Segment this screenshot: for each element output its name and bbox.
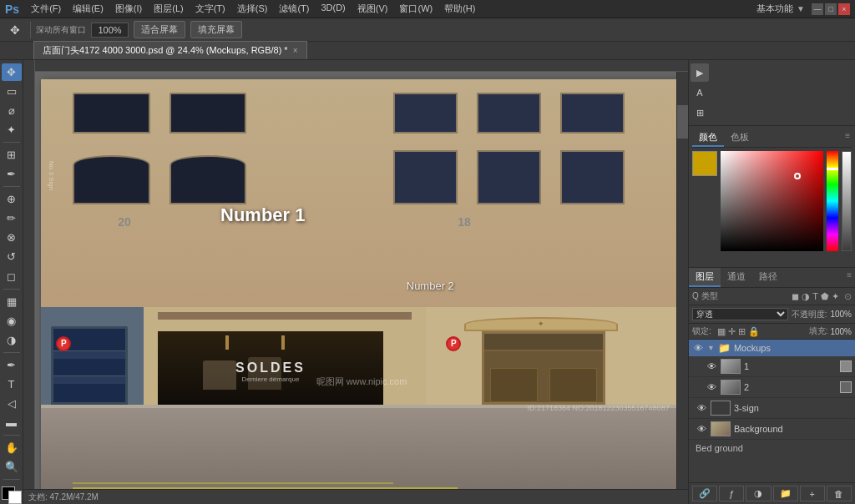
pen-tool[interactable]: ✒: [2, 356, 22, 374]
maximize-button[interactable]: □: [825, 3, 837, 15]
history-tool[interactable]: ↺: [2, 248, 22, 265]
menu-select[interactable]: 选择(S): [232, 1, 273, 17]
minimize-button[interactable]: —: [812, 3, 823, 15]
link-layers-button[interactable]: 🔗: [692, 486, 717, 501]
panel-options-icon[interactable]: ≡: [843, 129, 852, 147]
crop-tool[interactable]: ⊞: [2, 146, 22, 164]
background-color[interactable]: [8, 491, 22, 504]
door-panel-2: [53, 375, 125, 384]
lock-pixel-icon[interactable]: ▦: [717, 326, 726, 337]
layer-item-background[interactable]: 👁 Background: [689, 419, 855, 440]
blur-tool[interactable]: ◉: [2, 312, 22, 330]
ps-logo: Ps: [5, 3, 19, 16]
opacity-value[interactable]: 100%: [830, 310, 852, 319]
layer-2-name: 2: [744, 382, 837, 392]
menu-filter[interactable]: 滤镜(T): [274, 1, 314, 17]
no-parking-sign-1: P: [56, 336, 71, 351]
document-tab[interactable]: 店面门头4172 4000 3000.psd @ 24.4% (Mockups,…: [33, 41, 307, 59]
type-tool[interactable]: T: [2, 375, 22, 393]
canvas-area[interactable]: 20 18 No 3 Sign: [23, 60, 688, 504]
tab-channels[interactable]: 通道: [721, 268, 752, 287]
dodge-tool[interactable]: ◑: [2, 331, 22, 349]
light-2: [281, 335, 285, 350]
separator: [30, 22, 31, 38]
group-expand-arrow[interactable]: ▼: [707, 344, 715, 352]
layer-item-2[interactable]: 👁 2: [689, 377, 855, 398]
menu-window[interactable]: 窗口(W): [394, 1, 438, 17]
layers-options-icon[interactable]: ≡: [843, 268, 855, 287]
menu-image[interactable]: 图像(I): [110, 1, 147, 17]
eraser-tool[interactable]: ◻: [2, 268, 22, 285]
fill-screen-button[interactable]: 填充屏幕: [190, 21, 242, 38]
move-tool[interactable]: ✥: [2, 63, 22, 81]
layer-3sign-eye[interactable]: 👁: [696, 402, 707, 414]
menu-help[interactable]: 帮助(H): [439, 1, 480, 17]
menu-edit[interactable]: 编辑(E): [68, 1, 109, 17]
right-tool-2[interactable]: A: [691, 83, 709, 102]
menu-view[interactable]: 视图(V): [352, 1, 393, 17]
tab-close-icon[interactable]: ×: [293, 46, 298, 55]
group-eye-mockups[interactable]: 👁: [692, 342, 704, 354]
layer-group-mockups[interactable]: 👁 ▼ 📁 Mockups: [689, 340, 855, 356]
right-tool-3[interactable]: ⊞: [691, 103, 709, 122]
layer-2-eye[interactable]: 👁: [706, 381, 717, 393]
workspace-dropdown-icon[interactable]: ▼: [797, 4, 805, 13]
layer-2-thumb: [721, 380, 741, 395]
add-style-button[interactable]: ƒ: [719, 486, 744, 501]
right-tool-1[interactable]: ▶: [691, 63, 709, 82]
tab-layers[interactable]: 图层: [689, 268, 721, 287]
no-parking-icon-2: P: [451, 339, 457, 348]
filter-shape-icon[interactable]: ⬟: [821, 291, 829, 302]
wand-tool[interactable]: ✦: [2, 121, 22, 139]
brush-tool[interactable]: ✏: [2, 209, 22, 227]
menu-3d[interactable]: 3D(D): [316, 1, 350, 17]
lock-artboard-icon[interactable]: ⊞: [738, 326, 746, 337]
hand-tool[interactable]: ✋: [2, 439, 22, 456]
menu-text[interactable]: 文字(T): [190, 1, 230, 17]
lock-all-icon[interactable]: 🔒: [748, 326, 760, 337]
filter-adjustment-icon[interactable]: ◑: [802, 291, 810, 302]
color-swatch[interactable]: [2, 486, 22, 504]
eyedropper-tool[interactable]: ✒: [2, 165, 22, 183]
tab-swatches[interactable]: 色板: [724, 129, 756, 147]
heal-tool[interactable]: ⊕: [2, 190, 22, 208]
color-gradient-picker[interactable]: [721, 151, 823, 251]
gradient-tool[interactable]: ▦: [2, 292, 22, 310]
filter-pixel-icon[interactable]: ◼: [792, 291, 799, 302]
zoom-input[interactable]: [91, 23, 129, 38]
shape-tool[interactable]: ▬: [2, 414, 22, 431]
filter-type-icon[interactable]: T: [812, 291, 818, 302]
layer-item-1[interactable]: 👁 1: [689, 356, 855, 377]
new-layer-button[interactable]: +: [800, 486, 825, 501]
layer-1-eye[interactable]: 👁: [706, 360, 717, 372]
tab-color[interactable]: 颜色: [692, 129, 724, 147]
menu-layer[interactable]: 图层(L): [149, 1, 188, 17]
v-scrollbar[interactable]: [676, 72, 688, 492]
fill-value[interactable]: 100%: [830, 327, 852, 336]
layer-list: 👁 ▼ 📁 Mockups 👁 1 👁 2: [689, 340, 855, 482]
tab-paths[interactable]: 路径: [752, 268, 784, 287]
color-spectrum-slider[interactable]: [827, 151, 838, 251]
layer-item-3sign[interactable]: 👁 3-sign: [689, 398, 855, 419]
menu-file[interactable]: 文件(F): [26, 1, 66, 17]
fit-screen-button[interactable]: 适合屏幕: [134, 21, 185, 38]
color-preview-swatch[interactable]: [692, 151, 717, 176]
blend-mode-select[interactable]: 穿透: [692, 308, 788, 320]
lasso-tool[interactable]: ⌀: [2, 102, 22, 119]
filter-toggle-icon[interactable]: ⊙: [844, 291, 852, 302]
v-scrollbar-thumb[interactable]: [677, 105, 688, 139]
horizontal-ruler: [23, 60, 688, 72]
selection-tool[interactable]: ▭: [2, 83, 22, 100]
new-group-button[interactable]: 📁: [773, 486, 798, 501]
layer-bg-eye[interactable]: 👁: [696, 423, 707, 435]
filter-smart-icon[interactable]: ✦: [832, 291, 839, 302]
right-section: ✦ P: [426, 307, 682, 405]
delete-layer-button[interactable]: 🗑: [827, 486, 852, 501]
lock-position-icon[interactable]: ✛: [728, 326, 736, 337]
clone-tool[interactable]: ⊗: [2, 229, 22, 246]
close-button[interactable]: ×: [838, 3, 850, 15]
path-select-tool[interactable]: ◁: [2, 395, 22, 412]
alpha-slider[interactable]: [842, 151, 852, 251]
zoom-tool[interactable]: 🔍: [2, 458, 22, 476]
add-mask-button[interactable]: ◑: [746, 486, 771, 501]
